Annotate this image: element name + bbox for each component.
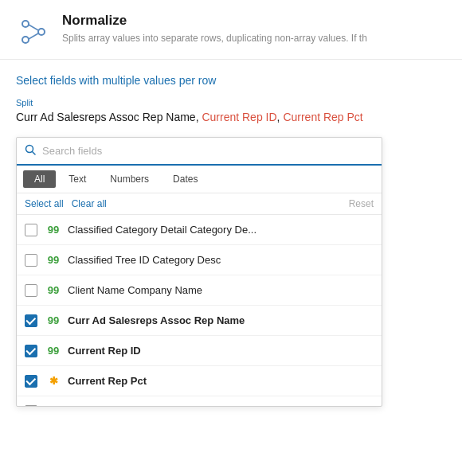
list-item[interactable]: 99 Curr Ad Salesreps Assoc Rep Name xyxy=(17,306,382,336)
split-values: Curr Ad Salesreps Assoc Rep Name, Curren… xyxy=(16,109,446,126)
item-label-4: Curr Ad Salesreps Assoc Rep Name xyxy=(68,314,245,326)
list-item[interactable]: 99 Classified Tree ID Category Desc xyxy=(17,245,382,275)
checkbox-7[interactable] xyxy=(25,405,37,407)
type-icon-text: 99 xyxy=(45,224,61,236)
header: Normalize Splits array values into separ… xyxy=(0,0,462,60)
tab-numbers[interactable]: Numbers xyxy=(99,170,160,188)
item-label-2: Classified Tree ID Category Desc xyxy=(68,254,221,266)
checkbox-6[interactable] xyxy=(25,375,37,388)
type-icon-text: 99 xyxy=(45,345,61,357)
search-icon xyxy=(25,144,36,158)
checkbox-1[interactable] xyxy=(25,224,37,236)
split-highlight-1: Current Rep ID xyxy=(202,111,276,123)
dropdown-panel: All Text Numbers Dates Select all Clear … xyxy=(16,137,382,407)
select-all-link[interactable]: Select all xyxy=(25,198,64,209)
checkbox-5[interactable] xyxy=(25,345,37,357)
item-list: 99 Classified Category Detail Category D… xyxy=(17,215,382,406)
tab-dates[interactable]: Dates xyxy=(162,170,209,188)
tabs-row: All Text Numbers Dates xyxy=(17,166,382,193)
type-icon-number: ✱ xyxy=(45,405,61,406)
tab-all[interactable]: All xyxy=(23,170,56,188)
list-item[interactable]: 99 Classified Category Detail Category D… xyxy=(17,215,382,245)
actions-row: Select all Clear all Reset xyxy=(17,193,382,215)
type-icon-text: 99 xyxy=(45,284,61,296)
list-item[interactable]: 99 Client Name Company Name xyxy=(17,275,382,306)
svg-point-1 xyxy=(38,29,45,35)
split-highlight-2: Current Rep Pct xyxy=(283,111,362,123)
svg-line-3 xyxy=(29,25,38,30)
search-row xyxy=(17,138,382,166)
checkbox-3[interactable] xyxy=(25,284,37,297)
header-description: Splits array values into separate rows, … xyxy=(62,32,367,45)
clear-all-link[interactable]: Clear all xyxy=(72,198,107,209)
tab-text[interactable]: Text xyxy=(57,170,97,188)
split-label: Split xyxy=(16,98,446,107)
reset-link[interactable]: Reset xyxy=(349,198,374,209)
item-label-6: Current Rep Pct xyxy=(68,375,147,387)
search-input[interactable] xyxy=(42,145,374,157)
list-item[interactable]: ✱ Current Rep Pct xyxy=(17,366,382,396)
page: Normalize Splits array values into separ… xyxy=(0,0,462,476)
header-title: Normalize xyxy=(62,13,367,29)
section-label: Select fields with multiple values per r… xyxy=(16,74,446,87)
checkbox-4[interactable] xyxy=(25,314,37,327)
item-label-5: Current Rep ID xyxy=(68,345,141,357)
header-text: Normalize Splits array values into separ… xyxy=(62,13,367,45)
type-icon-number: ✱ xyxy=(45,375,61,387)
checkbox-2[interactable] xyxy=(25,254,37,267)
list-item[interactable]: ✱ xyxy=(17,396,382,406)
normalize-icon xyxy=(16,14,51,49)
type-icon-text: 99 xyxy=(45,314,61,326)
svg-point-0 xyxy=(22,21,29,27)
body: Select fields with multiple values per r… xyxy=(0,60,462,407)
svg-point-2 xyxy=(22,37,29,43)
list-item[interactable]: 99 Current Rep ID xyxy=(17,336,382,366)
svg-line-6 xyxy=(33,152,36,155)
svg-line-4 xyxy=(29,33,38,39)
type-icon-text: 99 xyxy=(45,254,61,266)
item-label-1: Classified Category Detail Category De..… xyxy=(68,224,256,236)
item-label-3: Client Name Company Name xyxy=(68,284,202,296)
